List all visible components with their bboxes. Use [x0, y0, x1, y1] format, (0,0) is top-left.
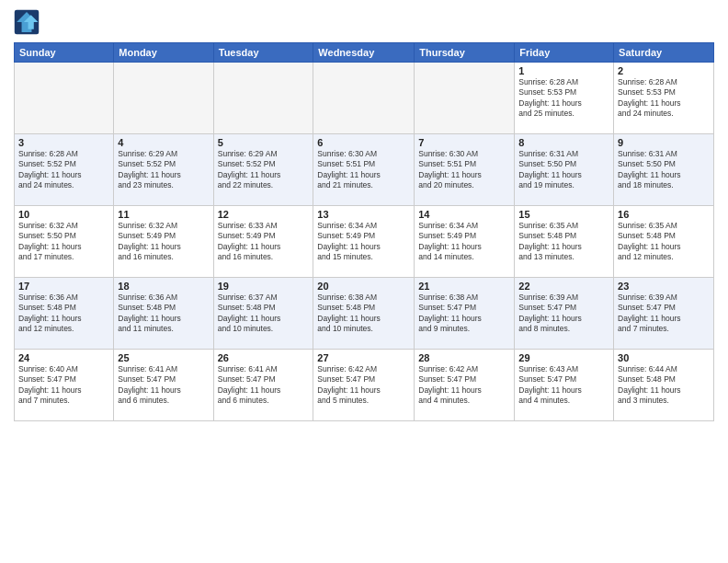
calendar-cell: 16Sunrise: 6:35 AM Sunset: 5:48 PM Dayli…: [614, 206, 714, 278]
day-info: Sunrise: 6:39 AM Sunset: 5:47 PM Dayligh…: [518, 293, 609, 335]
weekday-header: Sunday: [15, 43, 114, 63]
calendar-cell: [313, 63, 415, 134]
day-info: Sunrise: 6:28 AM Sunset: 5:53 PM Dayligh…: [618, 77, 710, 120]
day-info: Sunrise: 6:34 AM Sunset: 5:49 PM Dayligh…: [317, 221, 410, 263]
calendar-cell: 17Sunrise: 6:36 AM Sunset: 5:48 PM Dayli…: [15, 278, 114, 350]
day-number: 18: [118, 281, 209, 292]
calendar-cell: 30Sunrise: 6:44 AM Sunset: 5:48 PM Dayli…: [614, 350, 714, 421]
day-number: 28: [418, 352, 510, 363]
day-number: 8: [518, 137, 609, 148]
day-info: Sunrise: 6:32 AM Sunset: 5:49 PM Dayligh…: [118, 221, 209, 263]
day-info: Sunrise: 6:33 AM Sunset: 5:49 PM Dayligh…: [218, 221, 310, 263]
weekday-header: Wednesday: [313, 43, 415, 63]
day-number: 23: [618, 281, 710, 292]
day-info: Sunrise: 6:30 AM Sunset: 5:51 PM Dayligh…: [418, 149, 510, 191]
day-info: Sunrise: 6:30 AM Sunset: 5:51 PM Dayligh…: [317, 149, 410, 191]
calendar-cell: 5Sunrise: 6:29 AM Sunset: 5:52 PM Daylig…: [213, 134, 313, 206]
day-number: 5: [218, 137, 310, 148]
day-number: 9: [618, 137, 710, 148]
day-number: 22: [518, 281, 609, 292]
calendar-cell: 29Sunrise: 6:43 AM Sunset: 5:47 PM Dayli…: [515, 350, 614, 421]
calendar-cell: 14Sunrise: 6:34 AM Sunset: 5:49 PM Dayli…: [415, 206, 515, 278]
weekday-header: Thursday: [415, 43, 515, 63]
calendar-cell: 27Sunrise: 6:42 AM Sunset: 5:47 PM Dayli…: [313, 350, 415, 421]
calendar-cell: 20Sunrise: 6:38 AM Sunset: 5:48 PM Dayli…: [313, 278, 415, 350]
calendar-week-row: 10Sunrise: 6:32 AM Sunset: 5:50 PM Dayli…: [15, 206, 714, 278]
calendar-cell: 11Sunrise: 6:32 AM Sunset: 5:49 PM Dayli…: [114, 206, 213, 278]
day-number: 10: [18, 209, 109, 220]
day-info: Sunrise: 6:39 AM Sunset: 5:47 PM Dayligh…: [618, 293, 710, 335]
day-number: 27: [317, 352, 410, 363]
day-info: Sunrise: 6:31 AM Sunset: 5:50 PM Dayligh…: [618, 149, 710, 191]
calendar-cell: 10Sunrise: 6:32 AM Sunset: 5:50 PM Dayli…: [15, 206, 114, 278]
calendar-week-row: 1Sunrise: 6:28 AM Sunset: 5:53 PM Daylig…: [15, 63, 714, 134]
day-number: 16: [618, 209, 710, 220]
day-number: 2: [618, 65, 710, 76]
day-info: Sunrise: 6:43 AM Sunset: 5:47 PM Dayligh…: [518, 364, 609, 407]
day-number: 29: [518, 352, 609, 363]
day-info: Sunrise: 6:38 AM Sunset: 5:47 PM Dayligh…: [418, 293, 510, 335]
day-number: 21: [418, 281, 510, 292]
day-number: 19: [218, 281, 310, 292]
weekday-header: Monday: [114, 43, 213, 63]
day-number: 14: [418, 209, 510, 220]
day-info: Sunrise: 6:44 AM Sunset: 5:48 PM Dayligh…: [618, 364, 710, 407]
calendar-cell: 18Sunrise: 6:36 AM Sunset: 5:48 PM Dayli…: [114, 278, 213, 350]
day-number: 11: [118, 209, 209, 220]
day-info: Sunrise: 6:36 AM Sunset: 5:48 PM Dayligh…: [118, 293, 209, 335]
day-number: 13: [317, 209, 410, 220]
day-info: Sunrise: 6:38 AM Sunset: 5:48 PM Dayligh…: [317, 293, 410, 335]
day-number: 12: [218, 209, 310, 220]
calendar-cell: 15Sunrise: 6:35 AM Sunset: 5:48 PM Dayli…: [515, 206, 614, 278]
day-info: Sunrise: 6:41 AM Sunset: 5:47 PM Dayligh…: [218, 364, 310, 407]
calendar-cell: 7Sunrise: 6:30 AM Sunset: 5:51 PM Daylig…: [415, 134, 515, 206]
day-info: Sunrise: 6:28 AM Sunset: 5:52 PM Dayligh…: [18, 149, 109, 191]
day-info: Sunrise: 6:29 AM Sunset: 5:52 PM Dayligh…: [118, 149, 209, 191]
day-number: 30: [618, 352, 710, 363]
calendar-cell: 25Sunrise: 6:41 AM Sunset: 5:47 PM Dayli…: [114, 350, 213, 421]
weekday-header: Saturday: [614, 43, 714, 63]
calendar-cell: 21Sunrise: 6:38 AM Sunset: 5:47 PM Dayli…: [415, 278, 515, 350]
day-info: Sunrise: 6:36 AM Sunset: 5:48 PM Dayligh…: [18, 293, 109, 335]
day-info: Sunrise: 6:32 AM Sunset: 5:50 PM Dayligh…: [18, 221, 109, 263]
day-info: Sunrise: 6:41 AM Sunset: 5:47 PM Dayligh…: [118, 364, 209, 407]
calendar-cell: 23Sunrise: 6:39 AM Sunset: 5:47 PM Dayli…: [614, 278, 714, 350]
calendar-week-row: 3Sunrise: 6:28 AM Sunset: 5:52 PM Daylig…: [15, 134, 714, 206]
calendar-cell: 12Sunrise: 6:33 AM Sunset: 5:49 PM Dayli…: [213, 206, 313, 278]
day-info: Sunrise: 6:34 AM Sunset: 5:49 PM Dayligh…: [418, 221, 510, 263]
weekday-header-row: SundayMondayTuesdayWednesdayThursdayFrid…: [15, 43, 714, 63]
calendar-cell: [415, 63, 515, 134]
calendar-cell: 19Sunrise: 6:37 AM Sunset: 5:48 PM Dayli…: [213, 278, 313, 350]
calendar-week-row: 24Sunrise: 6:40 AM Sunset: 5:47 PM Dayli…: [15, 350, 714, 421]
weekday-header: Friday: [515, 43, 614, 63]
calendar-cell: 26Sunrise: 6:41 AM Sunset: 5:47 PM Dayli…: [213, 350, 313, 421]
day-info: Sunrise: 6:40 AM Sunset: 5:47 PM Dayligh…: [18, 364, 109, 407]
calendar-cell: [114, 63, 213, 134]
day-info: Sunrise: 6:42 AM Sunset: 5:47 PM Dayligh…: [418, 364, 510, 407]
day-info: Sunrise: 6:35 AM Sunset: 5:48 PM Dayligh…: [618, 221, 710, 263]
day-info: Sunrise: 6:31 AM Sunset: 5:50 PM Dayligh…: [518, 149, 609, 191]
calendar-cell: 4Sunrise: 6:29 AM Sunset: 5:52 PM Daylig…: [114, 134, 213, 206]
day-number: 6: [317, 137, 410, 148]
calendar-cell: 8Sunrise: 6:31 AM Sunset: 5:50 PM Daylig…: [515, 134, 614, 206]
day-info: Sunrise: 6:37 AM Sunset: 5:48 PM Dayligh…: [218, 293, 310, 335]
day-number: 7: [418, 137, 510, 148]
calendar-cell: 22Sunrise: 6:39 AM Sunset: 5:47 PM Dayli…: [515, 278, 614, 350]
page: SundayMondayTuesdayWednesdayThursdayFrid…: [0, 0, 728, 563]
header: [14, 9, 714, 35]
day-number: 17: [18, 281, 109, 292]
calendar-cell: 6Sunrise: 6:30 AM Sunset: 5:51 PM Daylig…: [313, 134, 415, 206]
calendar-cell: 28Sunrise: 6:42 AM Sunset: 5:47 PM Dayli…: [415, 350, 515, 421]
calendar-cell: [213, 63, 313, 134]
calendar-cell: 13Sunrise: 6:34 AM Sunset: 5:49 PM Dayli…: [313, 206, 415, 278]
day-number: 24: [18, 352, 109, 363]
calendar-cell: [15, 63, 114, 134]
weekday-header: Tuesday: [213, 43, 313, 63]
day-number: 4: [118, 137, 209, 148]
calendar-week-row: 17Sunrise: 6:36 AM Sunset: 5:48 PM Dayli…: [15, 278, 714, 350]
calendar-cell: 3Sunrise: 6:28 AM Sunset: 5:52 PM Daylig…: [15, 134, 114, 206]
day-info: Sunrise: 6:42 AM Sunset: 5:47 PM Dayligh…: [317, 364, 410, 407]
calendar: SundayMondayTuesdayWednesdayThursdayFrid…: [14, 42, 714, 421]
day-number: 20: [317, 281, 410, 292]
day-info: Sunrise: 6:29 AM Sunset: 5:52 PM Dayligh…: [218, 149, 310, 191]
